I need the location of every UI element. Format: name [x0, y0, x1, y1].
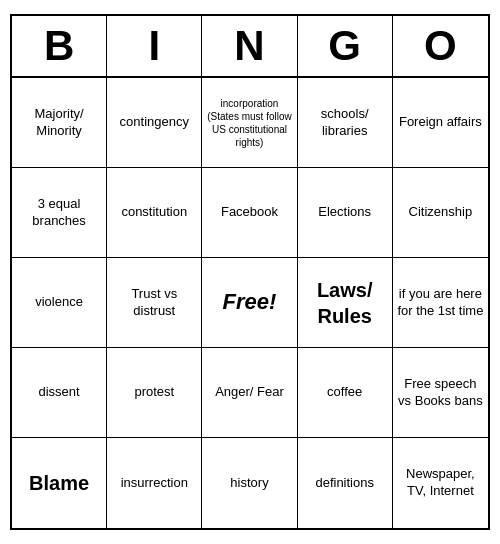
bingo-cell-24: Newspaper, TV, Internet: [393, 438, 488, 528]
bingo-cell-4: Foreign affairs: [393, 78, 488, 168]
bingo-cell-2: incorporation (States must follow US con…: [202, 78, 297, 168]
bingo-cell-13: Laws/ Rules: [298, 258, 393, 348]
bingo-cell-10: violence: [12, 258, 107, 348]
bingo-cell-0: Majority/ Minority: [12, 78, 107, 168]
bingo-cell-19: Free speech vs Books bans: [393, 348, 488, 438]
bingo-cell-8: Elections: [298, 168, 393, 258]
bingo-cell-21: insurrection: [107, 438, 202, 528]
bingo-cell-3: schools/ libraries: [298, 78, 393, 168]
bingo-cell-15: dissent: [12, 348, 107, 438]
bingo-cell-17: Anger/ Fear: [202, 348, 297, 438]
bingo-cell-14: if you are here for the 1st time: [393, 258, 488, 348]
bingo-cell-1: contingency: [107, 78, 202, 168]
header-letter-b: B: [12, 16, 107, 76]
bingo-cell-23: definitions: [298, 438, 393, 528]
bingo-cell-9: Citizenship: [393, 168, 488, 258]
bingo-cell-20: Blame: [12, 438, 107, 528]
header-letter-o: O: [393, 16, 488, 76]
bingo-cell-11: Trust vs distrust: [107, 258, 202, 348]
bingo-header: BINGO: [12, 16, 488, 78]
header-letter-n: N: [202, 16, 297, 76]
bingo-cell-7: Facebook: [202, 168, 297, 258]
header-letter-i: I: [107, 16, 202, 76]
bingo-cell-16: protest: [107, 348, 202, 438]
bingo-grid: Majority/ Minoritycontingencyincorporati…: [12, 78, 488, 528]
bingo-cell-12: Free!: [202, 258, 297, 348]
bingo-card: BINGO Majority/ Minoritycontingencyincor…: [10, 14, 490, 530]
bingo-cell-6: constitution: [107, 168, 202, 258]
bingo-cell-5: 3 equal branches: [12, 168, 107, 258]
header-letter-g: G: [298, 16, 393, 76]
bingo-cell-18: coffee: [298, 348, 393, 438]
bingo-cell-22: history: [202, 438, 297, 528]
